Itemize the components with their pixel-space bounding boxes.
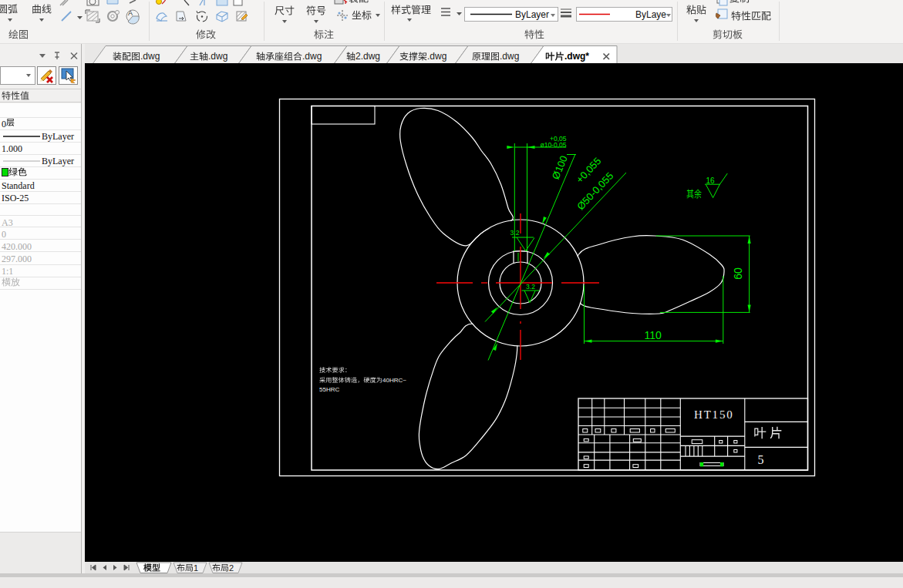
svg-text:A: A: [128, 9, 133, 17]
svg-text:HT150: HT150: [694, 408, 734, 421]
svg-text:5: 5: [758, 453, 764, 466]
